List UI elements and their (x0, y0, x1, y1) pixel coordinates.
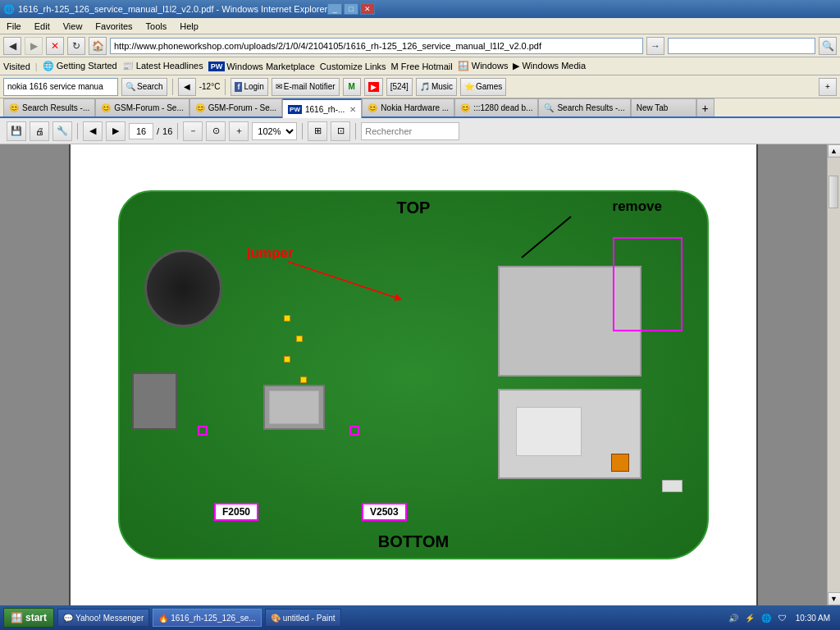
tab-favicon: 🔍 (544, 103, 554, 112)
address-bar[interactable] (110, 38, 643, 54)
taskbar-yahoo-messenger[interactable]: 💬 Yahoo! Messenger (57, 609, 149, 627)
menu-tools[interactable]: Tools (143, 20, 171, 33)
tab-close-1616[interactable]: ✕ (349, 105, 356, 114)
tray-icon-2[interactable]: ⚡ (743, 611, 756, 624)
counter-button[interactable]: [524] (386, 78, 413, 96)
add-toolbar-button[interactable]: + (819, 78, 837, 96)
rf-inner-chip (516, 407, 582, 456)
taskbar-1616-pdf[interactable]: 🔥 1616_rh-125_126_se... (153, 609, 261, 627)
tab-new-tab[interactable]: New Tab (631, 98, 696, 116)
pdf-content: TOP BOTTOM jumper remove (0, 144, 827, 605)
search-input-right[interactable] (668, 38, 815, 54)
pdf-save-button[interactable]: 💾 (7, 121, 26, 141)
go-button[interactable]: → (646, 37, 664, 55)
back-arrow-btn[interactable]: ◀ (178, 78, 196, 96)
tray-icon-1[interactable]: 🔊 (727, 611, 740, 624)
bookmark-windows[interactable]: 🪟 Windows (458, 61, 509, 71)
pdf-sep-2 (177, 123, 178, 139)
minimize-button[interactable]: _ (327, 3, 342, 15)
scroll-track[interactable] (829, 159, 840, 591)
tab-favicon: 😊 (9, 103, 19, 112)
temperature-label: -12°C (199, 82, 221, 91)
bookmark-getting-started[interactable]: 🌐 Getting Started (43, 61, 117, 71)
pdf-prev-button[interactable]: ◀ (83, 121, 103, 141)
menu-bar: File Edit View Favorites Tools Help (0, 18, 840, 34)
tab-favicon: 😊 (101, 103, 111, 112)
top-label: TOP (397, 199, 431, 217)
facebook-icon: f (235, 82, 242, 92)
tab-search-results-2[interactable]: 🔍 Search Results -... (538, 98, 630, 116)
pdf-search-input[interactable] (361, 122, 459, 140)
search-button[interactable]: 🔍 Search (121, 78, 167, 96)
menu-help[interactable]: Help (176, 20, 202, 33)
search-right-button[interactable]: 🔍 (819, 37, 837, 55)
component-gold-1 (284, 315, 290, 322)
maximize-button[interactable]: □ (344, 3, 358, 15)
start-button[interactable]: 🪟 start (3, 608, 54, 628)
component-gold-3 (284, 356, 290, 363)
pdf-print-button[interactable]: 🖨 (30, 121, 49, 141)
tab-1616-pdf[interactable]: PW 1616_rh-... ✕ (282, 98, 362, 118)
forward-button[interactable]: ▶ (25, 37, 43, 55)
youtube-icon: ▶ (368, 82, 379, 92)
pdf-next-button[interactable]: ▶ (106, 121, 126, 141)
tab-1280-dead[interactable]: 😊 :::1280 dead b... (454, 98, 538, 116)
bookmark-visited[interactable]: Visited (3, 62, 30, 71)
pdf-sep-4 (355, 123, 356, 139)
firefox-icon: 🔥 (158, 614, 168, 623)
facebook-login-button[interactable]: f Login (231, 78, 267, 96)
vertical-scrollbar[interactable]: ▲ ▼ (827, 144, 840, 605)
bookmark-hotmail[interactable]: M Free Hotmail (391, 62, 453, 71)
pdf-fit-button[interactable]: ⊞ (308, 121, 327, 141)
card-slot-inner (269, 390, 319, 424)
pdf-zoom-in-button[interactable]: ＋ (229, 121, 249, 141)
tab-g5m-forum[interactable]: 😊 G5M-Forum - Se... (189, 98, 282, 116)
tabs-bar: 😊 Search Results -... 😊 GSM-Forum - Se..… (0, 98, 840, 118)
music-button[interactable]: 🎵 Music (416, 78, 457, 96)
taskbar-paint[interactable]: 🎨 untitled - Paint (265, 609, 341, 627)
bookmark-customize-links[interactable]: Customize Links (320, 62, 386, 71)
menu-view[interactable]: View (60, 20, 86, 33)
email-notifier-button[interactable]: ✉ E-mail Notifier (272, 78, 340, 96)
pcb-board: TOP BOTTOM jumper remove (118, 190, 709, 559)
paint-icon: 🎨 (271, 614, 281, 623)
youtube-button[interactable]: ▶ (364, 78, 383, 96)
pdf-zoom-out-button[interactable]: － (183, 121, 203, 141)
tab-nokia-hardware[interactable]: 😊 Nokia Hardware ... (362, 98, 454, 116)
title-bar-text: 1616_rh-125_126_service_manual_l1l2_v2.0… (18, 4, 327, 14)
search-combo[interactable] (3, 78, 118, 96)
games-button[interactable]: ⭐ Games (460, 78, 506, 96)
close-button[interactable]: ✕ (360, 3, 375, 15)
bookmark-windows-media[interactable]: ▶ Windows Media (513, 61, 586, 71)
v2503-label: V2503 (362, 503, 407, 521)
tab-search-results-1[interactable]: 😊 Search Results -... (3, 98, 95, 116)
menu-file[interactable]: File (3, 20, 25, 33)
zoom-select[interactable]: 102% 50% 75% 100% 125% 150% (252, 122, 297, 140)
search-icon: 🔍 (126, 82, 135, 91)
page-number-input[interactable] (129, 123, 153, 139)
tray-icon-4[interactable]: 🛡 (776, 611, 789, 624)
menu-favorites[interactable]: Favorites (92, 20, 135, 33)
bookmark-latest-headlines[interactable]: 📰 Latest Headlines (122, 61, 203, 71)
tab-gsm-forum-1[interactable]: 😊 GSM-Forum - Se... (95, 98, 189, 116)
refresh-button[interactable]: ↻ (67, 37, 85, 55)
stop-button[interactable]: ✕ (46, 37, 64, 55)
menu-edit[interactable]: Edit (31, 20, 53, 33)
home-button[interactable]: 🏠 (89, 37, 107, 55)
messenger-button[interactable]: M (343, 78, 361, 96)
back-button[interactable]: ◀ (3, 37, 21, 55)
pdf-tool-button[interactable]: 🔧 (52, 121, 72, 141)
tray-icon-3[interactable]: 🌐 (760, 611, 773, 624)
windows-flag-icon: 🪟 (11, 612, 23, 623)
scroll-thumb[interactable] (829, 176, 838, 208)
scroll-up-button[interactable]: ▲ (828, 144, 841, 158)
messenger-icon: M (348, 82, 354, 91)
pdf-select-button[interactable]: ⊡ (331, 121, 350, 141)
connector-component (132, 372, 177, 430)
tab-favicon: 😊 (195, 103, 205, 112)
pdf-zoom-circle-button[interactable]: ⊙ (206, 121, 226, 141)
taskbar: 🪟 start 💬 Yahoo! Messenger 🔥 1616_rh-125… (0, 605, 840, 630)
new-tab-button[interactable]: + (696, 98, 714, 116)
bookmark-windows-marketplace[interactable]: PW Windows Marketplace (208, 62, 315, 71)
scroll-down-button[interactable]: ▼ (828, 592, 841, 605)
